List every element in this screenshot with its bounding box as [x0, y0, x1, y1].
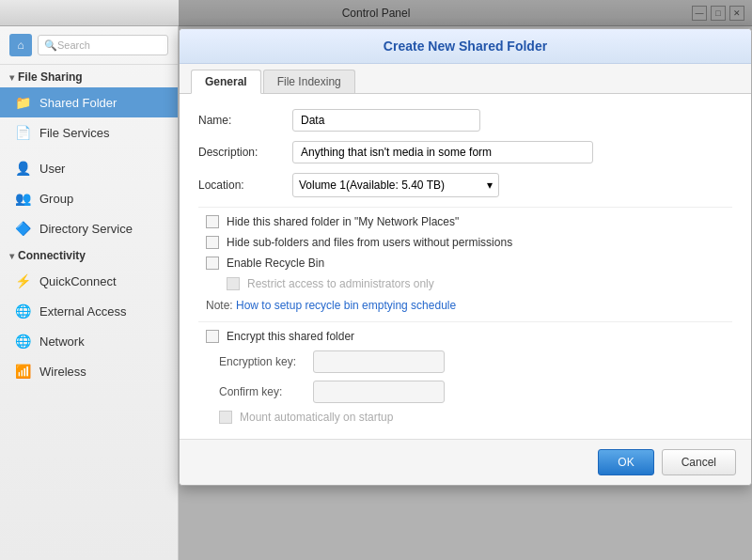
checkbox-hide-subfolders[interactable]	[206, 236, 219, 249]
user-icon: 👤	[13, 159, 32, 178]
location-value: Volume 1(Available: 5.40 TB)	[299, 179, 445, 192]
encryption-key-row: Encryption key:	[198, 350, 732, 373]
sidebar-item-user[interactable]: 👤 User	[0, 153, 178, 183]
external-access-icon: 🌐	[13, 302, 32, 320]
dialog-overlay: Create New Shared Folder General File In…	[179, 0, 752, 560]
note-prefix: Note:	[206, 299, 236, 312]
section-arrow: ▾	[9, 72, 14, 83]
sidebar-item-group[interactable]: 👥 Group	[0, 183, 178, 213]
section-file-sharing: ▾ File Sharing	[0, 65, 178, 87]
sidebar-item-group-label: Group	[39, 192, 73, 206]
sidebar: ⌂ 🔍 Search ▾ File Sharing 📁 Shared Folde…	[0, 26, 179, 560]
sidebar-item-quickconnect-label: QuickConnect	[39, 274, 117, 288]
encryption-key-label: Encryption key:	[219, 355, 313, 368]
checkbox-enable-recycle-row: Enable Recycle Bin	[198, 257, 732, 270]
description-label: Description:	[198, 146, 292, 159]
mount-row: Mount automatically on startup	[198, 411, 732, 424]
location-select[interactable]: Volume 1(Available: 5.40 TB) ▾	[292, 173, 499, 197]
checkbox-encrypt[interactable]	[206, 330, 219, 343]
sidebar-item-external-access[interactable]: 🌐 External Access	[0, 296, 178, 326]
sidebar-item-wireless[interactable]: 📶 Wireless	[0, 356, 178, 386]
checkbox-restrict-admin	[227, 277, 240, 290]
sidebar-header: ⌂ 🔍 Search	[0, 26, 178, 65]
checkbox-hide-network-row: Hide this shared folder in "My Network P…	[198, 215, 732, 228]
note-row: Note: How to setup recycle bin emptying …	[198, 298, 732, 312]
sidebar-item-shared-folder[interactable]: 📁 Shared Folder	[0, 87, 178, 117]
sidebar-search[interactable]: 🔍 Search	[38, 35, 168, 55]
sidebar-item-wireless-label: Wireless	[39, 365, 86, 379]
sidebar-item-directory-service[interactable]: 🔷 Directory Service	[0, 213, 178, 243]
recycle-bin-link[interactable]: How to setup recycle bin emptying schedu…	[236, 299, 456, 312]
search-icon: 🔍	[44, 39, 57, 52]
name-row: Name:	[198, 109, 732, 132]
sidebar-search-placeholder: Search	[57, 39, 90, 51]
sidebar-item-file-services[interactable]: 📄 File Services	[0, 117, 178, 148]
dialog-title: Create New Shared Folder	[180, 29, 751, 64]
divider2	[198, 321, 732, 322]
dialog-footer: OK Cancel	[180, 439, 751, 485]
confirm-key-label: Confirm key:	[219, 385, 313, 398]
tab-general[interactable]: General	[191, 70, 261, 94]
sidebar-item-shared-folder-label: Shared Folder	[39, 96, 117, 110]
checkbox-restrict-admin-row: Restrict access to administrators only	[198, 277, 732, 290]
connectivity-arrow: ▾	[9, 251, 14, 261]
network-icon: 🌐	[13, 332, 32, 350]
location-dropdown-icon: ▾	[487, 179, 493, 192]
checkbox-hide-network[interactable]	[206, 215, 219, 228]
location-row: Location: Volume 1(Available: 5.40 TB) ▾	[198, 173, 732, 197]
sidebar-item-user-label: User	[39, 162, 65, 176]
ok-button[interactable]: OK	[598, 449, 653, 475]
checkbox-encrypt-label: Encrypt this shared folder	[227, 330, 354, 343]
confirm-key-row: Confirm key:	[198, 381, 732, 403]
home-button[interactable]: ⌂	[9, 34, 32, 56]
group-icon: 👥	[13, 189, 32, 208]
confirm-key-input[interactable]	[313, 381, 445, 403]
dialog-tabs: General File Indexing	[180, 64, 751, 94]
wireless-icon: 📶	[13, 362, 32, 381]
divider1	[198, 207, 732, 208]
checkbox-hide-subfolders-label: Hide sub-folders and files from users wi…	[227, 236, 512, 249]
checkbox-enable-recycle-label: Enable Recycle Bin	[227, 257, 324, 270]
dialog-body: Name: Description: Location: Volume 1(Av…	[180, 94, 751, 439]
create-folder-dialog: Create New Shared Folder General File In…	[179, 28, 752, 486]
checkbox-restrict-admin-label: Restrict access to administrators only	[247, 277, 434, 290]
name-input[interactable]	[292, 109, 480, 132]
directory-service-icon: 🔷	[13, 219, 32, 238]
checkbox-encrypt-row: Encrypt this shared folder	[198, 330, 732, 343]
quickconnect-icon: ⚡	[13, 272, 32, 290]
checkbox-hide-network-label: Hide this shared folder in "My Network P…	[227, 215, 459, 228]
section-connectivity-label: Connectivity	[18, 249, 86, 262]
shared-folder-icon: 📁	[13, 93, 32, 112]
section-connectivity: ▾ Connectivity	[0, 243, 178, 266]
checkbox-enable-recycle[interactable]	[206, 257, 219, 270]
location-label: Location:	[198, 179, 292, 192]
sidebar-item-network[interactable]: 🌐 Network	[0, 326, 178, 356]
checkbox-mount-label: Mount automatically on startup	[240, 411, 393, 424]
sidebar-item-network-label: Network	[39, 334, 85, 349]
sidebar-item-directory-service-label: Directory Service	[39, 222, 133, 236]
encryption-key-input[interactable]	[313, 350, 445, 373]
tab-file-indexing[interactable]: File Indexing	[263, 70, 355, 93]
checkbox-hide-subfolders-row: Hide sub-folders and files from users wi…	[198, 236, 732, 249]
name-label: Name:	[198, 114, 292, 127]
checkbox-mount	[219, 411, 232, 424]
description-row: Description:	[198, 141, 732, 163]
sidebar-item-file-services-label: File Services	[39, 126, 109, 140]
file-services-icon: 📄	[13, 123, 32, 142]
section-file-sharing-label: File Sharing	[18, 70, 83, 84]
description-input[interactable]	[292, 141, 593, 163]
cancel-button[interactable]: Cancel	[662, 449, 736, 475]
sidebar-item-external-access-label: External Access	[39, 304, 127, 319]
sidebar-item-quickconnect[interactable]: ⚡ QuickConnect	[0, 266, 178, 296]
